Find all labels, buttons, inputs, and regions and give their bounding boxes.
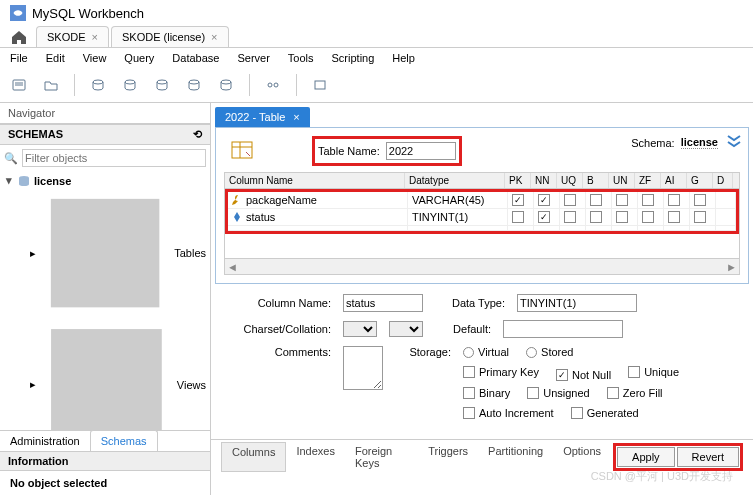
- nn-checkbox[interactable]: [538, 194, 550, 206]
- tab-schemas[interactable]: Schemas: [90, 430, 158, 451]
- close-icon[interactable]: ×: [293, 111, 299, 123]
- tab-administration[interactable]: Administration: [0, 431, 90, 451]
- ai-checkbox[interactable]: [668, 211, 680, 223]
- gen-check[interactable]: [571, 407, 583, 419]
- new-sql-tab-icon[interactable]: [6, 72, 32, 98]
- uq-check[interactable]: [628, 366, 640, 378]
- nn-checkbox[interactable]: [538, 211, 550, 223]
- editor-tab-label: 2022 - Table: [225, 111, 285, 123]
- connection-tab-skode-license[interactable]: SKODE (license)×: [111, 26, 229, 47]
- g-checkbox[interactable]: [694, 211, 706, 223]
- pk-check[interactable]: [463, 366, 475, 378]
- tb-icon-4[interactable]: [117, 72, 143, 98]
- tb-icon-9[interactable]: [307, 72, 333, 98]
- un-check[interactable]: [527, 387, 539, 399]
- data-type-label: Data Type:: [435, 297, 505, 309]
- collapse-icon[interactable]: ▾: [4, 174, 14, 187]
- zf-checkbox[interactable]: [642, 211, 654, 223]
- tree-tables[interactable]: ▸Tables: [4, 188, 206, 318]
- uq-checkbox[interactable]: [564, 211, 576, 223]
- tb-icon-3[interactable]: [85, 72, 111, 98]
- virtual-radio[interactable]: [463, 347, 474, 358]
- information-header: Information: [0, 451, 210, 471]
- menu-file[interactable]: File: [10, 52, 28, 64]
- tb-icon-6[interactable]: [181, 72, 207, 98]
- comments-input[interactable]: [343, 346, 383, 390]
- tree-views[interactable]: ▸Views: [4, 318, 206, 430]
- open-sql-icon[interactable]: [38, 72, 64, 98]
- tab-foreign-keys[interactable]: Foreign Keys: [345, 442, 418, 472]
- tab-columns[interactable]: Columns: [221, 442, 286, 472]
- navigator-label: Navigator: [0, 103, 210, 124]
- pk-checkbox[interactable]: [512, 194, 524, 206]
- stored-radio[interactable]: [526, 347, 537, 358]
- svg-point-5: [221, 80, 231, 84]
- column-row[interactable]: packageName VARCHAR(45): [228, 192, 736, 209]
- zf-checkbox[interactable]: [642, 194, 654, 206]
- menu-view[interactable]: View: [83, 52, 107, 64]
- editor-tab[interactable]: 2022 - Table×: [215, 107, 310, 127]
- b-checkbox[interactable]: [590, 194, 602, 206]
- data-type-input[interactable]: [517, 294, 637, 312]
- apply-button[interactable]: Apply: [617, 447, 675, 467]
- nn-check[interactable]: [556, 369, 568, 381]
- tab-partitioning[interactable]: Partitioning: [478, 442, 553, 472]
- expand-icon[interactable]: ▸: [30, 247, 36, 260]
- expand-icon[interactable]: ▸: [30, 378, 36, 391]
- collation-select[interactable]: [389, 321, 423, 337]
- toolbar: [0, 68, 753, 103]
- zf-check[interactable]: [607, 387, 619, 399]
- close-icon[interactable]: ×: [211, 31, 217, 43]
- un-checkbox[interactable]: [616, 194, 628, 206]
- bin-check[interactable]: [463, 387, 475, 399]
- tab-indexes[interactable]: Indexes: [286, 442, 345, 472]
- svg-point-2: [125, 80, 135, 84]
- collapse-chevron-icon[interactable]: [726, 134, 742, 150]
- filter-input[interactable]: [22, 149, 206, 167]
- menu-tools[interactable]: Tools: [288, 52, 314, 64]
- pk-checkbox[interactable]: [512, 211, 524, 223]
- tree-db-license[interactable]: ▾ license: [4, 173, 206, 188]
- menu-scripting[interactable]: Scripting: [332, 52, 375, 64]
- no-object-label: No object selected: [0, 471, 210, 495]
- schema-value: license: [681, 136, 718, 149]
- table-name-input[interactable]: [386, 142, 456, 160]
- column-row-empty[interactable]: [228, 226, 736, 231]
- un-checkbox[interactable]: [616, 211, 628, 223]
- tab-label: SKODE: [47, 31, 86, 43]
- charset-select[interactable]: [343, 321, 377, 337]
- ai-check[interactable]: [463, 407, 475, 419]
- menu-database[interactable]: Database: [172, 52, 219, 64]
- schemas-refresh-icon[interactable]: ⟲: [193, 128, 202, 141]
- menu-edit[interactable]: Edit: [46, 52, 65, 64]
- h-scrollbar[interactable]: ◄►: [225, 258, 739, 274]
- tab-triggers[interactable]: Triggers: [418, 442, 478, 472]
- ai-checkbox[interactable]: [668, 194, 680, 206]
- column-row[interactable]: status TINYINT(1): [228, 209, 736, 226]
- svg-point-4: [189, 80, 199, 84]
- revert-button[interactable]: Revert: [677, 447, 739, 467]
- b-checkbox[interactable]: [590, 211, 602, 223]
- menu-help[interactable]: Help: [392, 52, 415, 64]
- tb-icon-7[interactable]: [213, 72, 239, 98]
- svg-point-7: [274, 83, 278, 87]
- menu-query[interactable]: Query: [124, 52, 154, 64]
- connection-tab-skode[interactable]: SKODE×: [36, 26, 109, 47]
- tree-db-label: license: [34, 175, 71, 187]
- uq-checkbox[interactable]: [564, 194, 576, 206]
- g-checkbox[interactable]: [694, 194, 706, 206]
- svg-point-1: [93, 80, 103, 84]
- column-name-input[interactable]: [343, 294, 423, 312]
- col-type: VARCHAR(45): [408, 192, 508, 209]
- tab-label: SKODE (license): [122, 31, 205, 43]
- tb-icon-5[interactable]: [149, 72, 175, 98]
- svg-rect-8: [315, 81, 325, 89]
- tab-options[interactable]: Options: [553, 442, 611, 472]
- tb-icon-8[interactable]: [260, 72, 286, 98]
- close-icon[interactable]: ×: [92, 31, 98, 43]
- home-icon[interactable]: [10, 28, 28, 46]
- col-name: status: [246, 211, 275, 223]
- tree-label: Views: [177, 379, 206, 391]
- default-input[interactable]: [503, 320, 623, 338]
- menu-server[interactable]: Server: [237, 52, 269, 64]
